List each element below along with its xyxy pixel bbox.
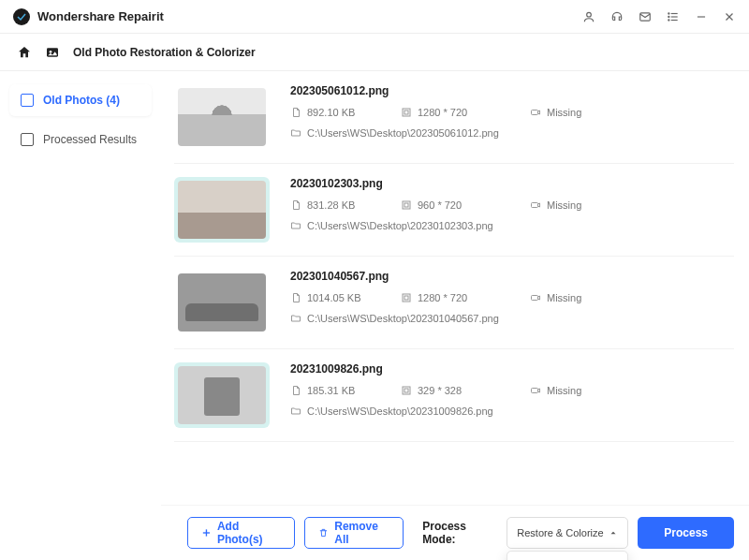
sidebar: Old Photos (4) Processed Results (0, 71, 161, 560)
svg-rect-14 (404, 111, 408, 114)
results-icon (21, 133, 34, 146)
file-name: 20231009826.png (290, 362, 734, 376)
file-status: Missing (530, 107, 633, 118)
titlebar: Wondershare Repairit (0, 0, 749, 34)
support-icon[interactable] (610, 10, 624, 23)
svg-rect-20 (404, 296, 408, 300)
meta-row: 892.10 KB1280 * 720Missing (290, 107, 734, 118)
svg-rect-23 (404, 389, 408, 392)
thumbnail (178, 273, 266, 332)
button-label: Process (664, 526, 708, 539)
app-window: Wondershare Repairit Old Photo Restorati… (0, 0, 749, 560)
select-value: Restore & Colorize (517, 527, 603, 538)
mail-icon[interactable] (639, 10, 652, 23)
process-mode-dropdown: Restore & Colorize✓Restore OnlyColorize … (507, 551, 628, 560)
file-path: C:\Users\WS\Desktop\202301040567.png (290, 313, 734, 324)
thumbnail (178, 88, 266, 146)
photo-list: 202305061012.png892.10 KB1280 * 720Missi… (161, 71, 749, 505)
svg-rect-19 (403, 294, 410, 302)
svg-rect-22 (403, 387, 410, 394)
file-dimensions: 1280 * 720 (401, 292, 522, 303)
file-status: Missing (530, 385, 633, 396)
thumbnail-wrap (174, 84, 270, 150)
process-mode-label: Process Mode: (422, 520, 495, 546)
file-dimensions: 1280 * 720 (401, 107, 522, 118)
thumbnail-wrap (174, 362, 270, 428)
file-status: Missing (530, 199, 633, 211)
file-size: 892.10 KB (290, 107, 393, 118)
file-name: 20230102303.png (290, 177, 734, 190)
svg-point-12 (50, 51, 52, 53)
photo-icon (21, 94, 34, 107)
app-title: Wondershare Repairit (37, 9, 164, 23)
file-status: Missing (530, 292, 633, 303)
dropdown-option[interactable]: Restore & Colorize✓ (507, 552, 627, 560)
home-icon[interactable] (17, 45, 32, 60)
file-path: C:\Users\WS\Desktop\202305061012.png (290, 127, 734, 139)
svg-point-6 (668, 16, 669, 17)
sidebar-item-old-photos[interactable]: Old Photos (4) (9, 84, 152, 116)
meta-row: 185.31 KB329 * 328Missing (290, 385, 734, 396)
breadcrumb: Old Photo Restoration & Colorizer (73, 46, 256, 59)
chevron-up-icon (609, 528, 618, 538)
remove-all-button[interactable]: Remove All (304, 517, 404, 549)
add-photos-button[interactable]: Add Photo(s) (187, 517, 295, 549)
sidebar-item-processed[interactable]: Processed Results (9, 124, 152, 155)
meta-row: 1014.05 KB1280 * 720Missing (290, 292, 734, 303)
svg-rect-13 (403, 109, 410, 116)
titlebar-actions (582, 10, 736, 23)
sidebar-item-label: Old Photos (4) (43, 94, 120, 107)
menu-icon[interactable] (667, 10, 680, 23)
svg-rect-21 (532, 296, 538, 301)
file-name: 202305061012.png (290, 84, 734, 97)
process-button[interactable]: Process (638, 517, 734, 549)
svg-rect-16 (403, 201, 410, 209)
svg-point-5 (668, 12, 669, 13)
file-size: 831.28 KB (290, 199, 393, 211)
photo-row[interactable]: 20231009826.png185.31 KB329 * 328Missing… (174, 349, 734, 442)
sidebar-item-label: Processed Results (43, 133, 137, 146)
body: Old Photos (4) Processed Results 2023050… (0, 71, 749, 560)
footer: Add Photo(s) Remove All Process Mode: Re… (161, 505, 749, 560)
select-box[interactable]: Restore & Colorize (507, 517, 628, 549)
file-size: 185.31 KB (290, 385, 393, 396)
thumbnail-wrap (174, 177, 270, 243)
file-size: 1014.05 KB (290, 292, 393, 303)
photo-row[interactable]: 202301040567.png1014.05 KB1280 * 720Miss… (174, 257, 734, 349)
button-label: Add Photo(s) (217, 520, 281, 546)
thumbnail (178, 181, 266, 239)
thumbnail (178, 366, 266, 424)
main: 202305061012.png892.10 KB1280 * 720Missi… (161, 71, 749, 560)
photo-row[interactable]: 20230102303.png831.28 KB960 * 720Missing… (174, 164, 734, 257)
file-name: 202301040567.png (290, 270, 734, 283)
button-label: Remove All (334, 520, 389, 546)
svg-point-0 (587, 12, 592, 17)
svg-rect-15 (532, 111, 538, 115)
file-path: C:\Users\WS\Desktop\20231009826.png (290, 405, 734, 417)
file-dimensions: 960 * 720 (401, 199, 522, 211)
minimize-button[interactable] (695, 10, 708, 23)
photo-info: 20231009826.png185.31 KB329 * 328Missing… (290, 362, 734, 428)
thumbnail-wrap (174, 270, 270, 335)
module-icon (45, 45, 60, 60)
navbar: Old Photo Restoration & Colorizer (0, 34, 749, 71)
account-icon[interactable] (582, 10, 595, 23)
svg-rect-17 (404, 203, 408, 207)
app-logo (13, 8, 30, 25)
process-mode-select[interactable]: Restore & Colorize Restore & Colorize✓Re… (507, 517, 628, 549)
file-path: C:\Users\WS\Desktop\20230102303.png (290, 220, 734, 231)
photo-info: 20230102303.png831.28 KB960 * 720Missing… (290, 177, 734, 243)
photo-row[interactable]: 202305061012.png892.10 KB1280 * 720Missi… (174, 71, 734, 164)
photo-info: 202301040567.png1014.05 KB1280 * 720Miss… (290, 270, 734, 335)
meta-row: 831.28 KB960 * 720Missing (290, 199, 734, 211)
photo-info: 202305061012.png892.10 KB1280 * 720Missi… (290, 84, 734, 150)
svg-rect-24 (532, 389, 538, 393)
file-dimensions: 329 * 328 (401, 385, 522, 396)
svg-rect-18 (532, 203, 538, 208)
svg-point-7 (668, 19, 669, 20)
close-button[interactable] (723, 10, 736, 23)
